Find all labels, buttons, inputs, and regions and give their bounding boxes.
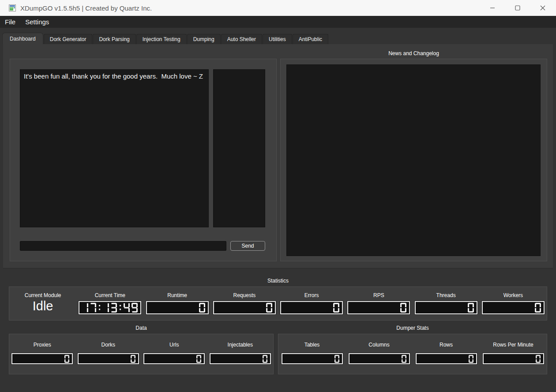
columns-display — [349, 353, 410, 364]
maximize-icon — [515, 5, 520, 11]
injectables-display — [210, 353, 271, 364]
rps-label: RPS — [373, 292, 384, 298]
stat-col-columns: Columns — [346, 342, 413, 374]
stat-col-urls: Urls — [141, 342, 207, 374]
stat-col-threads: Threads — [413, 292, 480, 320]
stat-col-rps: RPS — [345, 292, 412, 320]
tab-utilities[interactable]: Utilities — [263, 34, 292, 44]
current-module-col: Current Module Idle — [9, 292, 76, 320]
urls-label: Urls — [169, 342, 179, 348]
send-button[interactable]: Send — [230, 241, 265, 251]
close-button[interactable] — [530, 0, 555, 16]
news-group — [280, 59, 547, 261]
dumper-stats-group: TablesColumnsRowsRows Per Minute — [278, 334, 547, 374]
tab-dashboard[interactable]: Dashboard — [2, 33, 43, 44]
stat-col-rows: Rows — [413, 342, 480, 374]
current-module-value: Idle — [33, 299, 53, 313]
runtime-label: Runtime — [167, 292, 187, 298]
stat-col-tables: Tables — [278, 342, 346, 374]
menu-item-settings[interactable]: Settings — [20, 16, 54, 28]
data-group: ProxiesDorksUrlsInjectables — [9, 334, 274, 374]
rows-display — [416, 353, 477, 364]
app-icon — [9, 4, 16, 11]
news-title: News and Changelog — [280, 50, 547, 57]
requests-label: Requests — [233, 292, 256, 298]
errors-label: Errors — [304, 292, 319, 298]
dorks-label: Dorks — [101, 342, 115, 348]
tab-bar: DashboardDork GeneratorDork ParsingInjec… — [2, 33, 329, 44]
current-time-label: Current Time — [95, 292, 125, 298]
urls-display — [143, 353, 205, 364]
chat-group: It's been fun all, thank you for the goo… — [10, 59, 277, 261]
dumper-stats-title: Dumper Stats — [278, 325, 547, 331]
statistics-title: Statistics — [9, 278, 547, 284]
runtime-display — [146, 301, 209, 314]
rps-display — [347, 301, 410, 314]
stat-col-current-time: Current Time — [76, 292, 143, 320]
news-content[interactable] — [286, 64, 541, 256]
window-controls — [480, 0, 555, 16]
errors-display — [280, 301, 343, 314]
maximize-button[interactable] — [505, 0, 530, 16]
proxies-display — [11, 353, 73, 364]
menu-item-file[interactable]: File — [0, 16, 20, 28]
chat-history[interactable]: It's been fun all, thank you for the goo… — [20, 69, 209, 227]
stat-col-workers: Workers — [480, 292, 547, 320]
tables-label: Tables — [304, 342, 320, 348]
tab-dork-generator[interactable]: Dork Generator — [44, 34, 93, 44]
statistics-group: Current Module Idle Current TimeRuntimeR… — [9, 286, 547, 320]
rows-label: Rows — [440, 342, 453, 348]
workers-label: Workers — [503, 292, 523, 298]
stat-col-rows-per-minute: Rows Per Minute — [480, 342, 547, 374]
chat-user-list[interactable] — [213, 69, 265, 227]
titlebar: XDumpGO v1.5.5h5 | Created by Quartz Inc… — [0, 0, 556, 16]
stat-col-runtime: Runtime — [144, 292, 211, 320]
threads-label: Threads — [436, 292, 456, 298]
tab-dumping[interactable]: Dumping — [187, 34, 221, 44]
columns-label: Columns — [368, 342, 389, 348]
window-title: XDumpGO v1.5.5h5 | Created by Quartz Inc… — [20, 4, 152, 12]
minimize-button[interactable] — [480, 0, 505, 16]
workers-display — [482, 301, 545, 314]
data-title: Data — [9, 325, 274, 331]
chat-input[interactable] — [20, 241, 226, 251]
chat-message: It's been fun all, thank you for the goo… — [24, 72, 203, 80]
tab-dork-parsing[interactable]: Dork Parsing — [93, 34, 135, 44]
stat-col-proxies: Proxies — [9, 342, 75, 374]
rows-per-minute-display — [483, 353, 544, 364]
current-module-label: Current Module — [25, 292, 61, 298]
rows-per-minute-label: Rows Per Minute — [493, 342, 533, 348]
dorks-display — [78, 353, 139, 364]
stat-col-requests: Requests — [211, 292, 278, 320]
requests-display — [213, 301, 276, 314]
tab-antipublic[interactable]: AntiPublic — [293, 34, 328, 44]
tables-display — [282, 353, 343, 364]
stat-col-dorks: Dorks — [75, 342, 142, 374]
threads-display — [415, 301, 477, 314]
close-icon — [540, 5, 545, 11]
proxies-label: Proxies — [34, 342, 51, 348]
current-time-display — [79, 301, 141, 314]
dashboard-panel: It's been fun all, thank you for the goo… — [3, 44, 553, 268]
stat-col-errors: Errors — [278, 292, 345, 320]
tab-injection-testing[interactable]: Injection Testing — [136, 34, 187, 44]
minimize-icon — [490, 5, 495, 11]
menubar: FileSettings — [0, 16, 556, 28]
stat-col-injectables: Injectables — [207, 342, 274, 374]
tab-auto-sheller[interactable]: Auto Sheller — [221, 34, 262, 44]
injectables-label: Injectables — [228, 342, 253, 348]
